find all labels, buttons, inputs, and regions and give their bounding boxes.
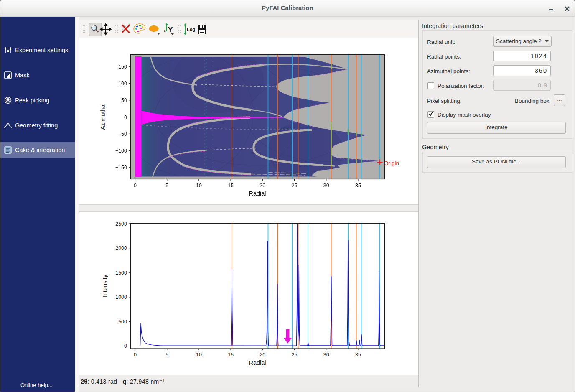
svg-text:100: 100 bbox=[118, 81, 127, 87]
svg-text:−50: −50 bbox=[118, 131, 127, 137]
svg-text:1500: 1500 bbox=[115, 270, 127, 276]
svg-text:2500: 2500 bbox=[115, 221, 127, 227]
svg-text:30: 30 bbox=[323, 352, 329, 358]
svg-text:0: 0 bbox=[124, 343, 127, 349]
svg-text:Radial: Radial bbox=[249, 190, 266, 197]
svg-text:5: 5 bbox=[165, 183, 168, 188]
svg-text:Radial: Radial bbox=[249, 359, 266, 366]
svg-text:25: 25 bbox=[292, 183, 298, 188]
svg-text:2000: 2000 bbox=[115, 245, 127, 251]
svg-text:Intensity: Intensity bbox=[102, 274, 108, 297]
svg-text:20: 20 bbox=[260, 183, 265, 188]
svg-text:Log: Log bbox=[187, 27, 195, 32]
svg-text:35: 35 bbox=[355, 183, 361, 188]
svg-text:0: 0 bbox=[134, 352, 137, 358]
svg-text:20: 20 bbox=[260, 352, 265, 358]
svg-text:0: 0 bbox=[134, 183, 137, 188]
svg-text:Y: Y bbox=[168, 26, 173, 34]
svg-text:a: a bbox=[164, 29, 166, 33]
svg-text:30: 30 bbox=[323, 183, 329, 188]
svg-text:0: 0 bbox=[124, 115, 127, 120]
svg-text:Azimuthal: Azimuthal bbox=[99, 103, 106, 130]
svg-text:5: 5 bbox=[165, 352, 168, 358]
svg-text:−150: −150 bbox=[115, 165, 127, 171]
svg-text:150: 150 bbox=[118, 64, 127, 70]
svg-text:500: 500 bbox=[118, 319, 127, 325]
svg-text:1000: 1000 bbox=[115, 294, 127, 300]
svg-text:Origin: Origin bbox=[384, 160, 399, 166]
svg-text:−100: −100 bbox=[115, 148, 127, 154]
svg-text:10: 10 bbox=[196, 183, 202, 188]
svg-text:50: 50 bbox=[121, 97, 127, 103]
svg-text:25: 25 bbox=[292, 352, 298, 358]
svg-text:10: 10 bbox=[196, 352, 202, 358]
svg-text:35: 35 bbox=[355, 352, 361, 358]
svg-text:15: 15 bbox=[228, 352, 234, 358]
svg-text:15: 15 bbox=[228, 183, 234, 188]
